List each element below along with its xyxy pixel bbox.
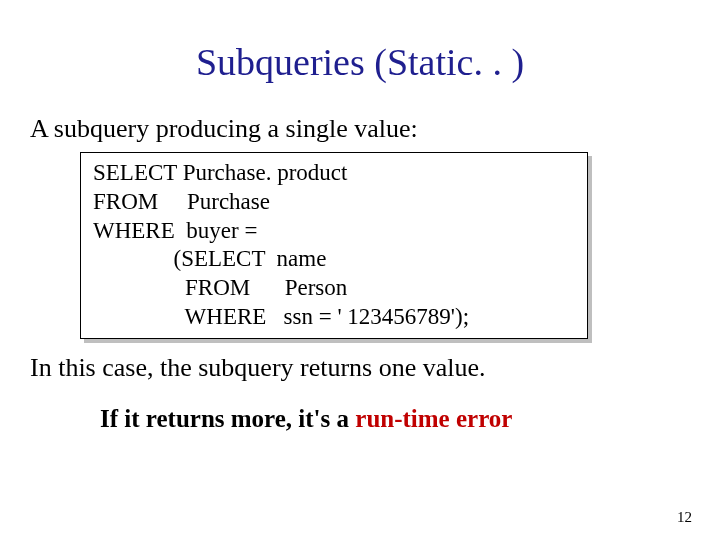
bold-prefix: If it returns more, it's a: [100, 405, 355, 432]
sql-code-box: SELECT Purchase. product FROM Purchase W…: [80, 152, 588, 339]
after-text: In this case, the subquery returns one v…: [30, 353, 690, 383]
lead-text: A subquery producing a single value:: [30, 114, 690, 144]
slide-title: Subqueries (Static. . ): [30, 40, 690, 84]
slide: Subqueries (Static. . ) A subquery produ…: [0, 0, 720, 540]
code-box-wrap: SELECT Purchase. product FROM Purchase W…: [80, 152, 690, 339]
page-number: 12: [677, 509, 692, 526]
runtime-error-line: If it returns more, it's a run-time erro…: [100, 405, 690, 433]
runtime-error-text: run-time error: [355, 405, 512, 432]
